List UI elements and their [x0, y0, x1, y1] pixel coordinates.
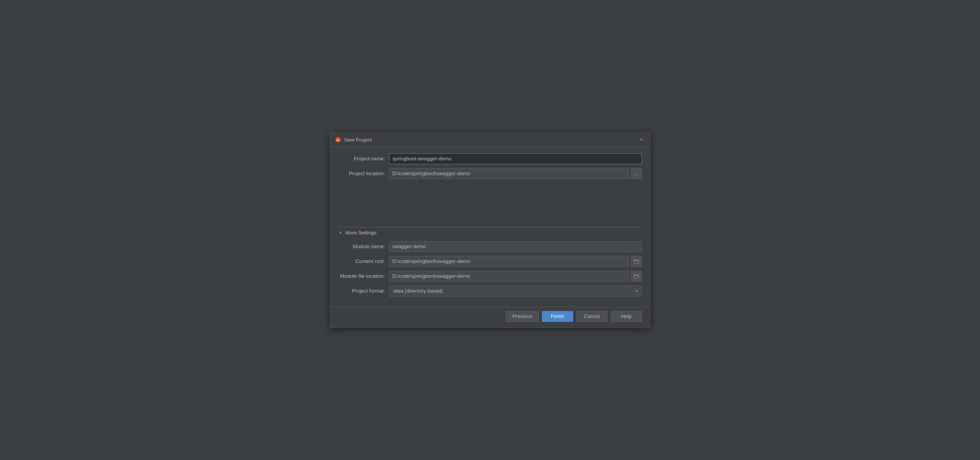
- content-root-label: Content root:: [338, 258, 389, 264]
- title-bar: U New Project ×: [330, 133, 650, 147]
- module-file-location-input[interactable]: [389, 271, 629, 282]
- more-settings-label: More Settings: [345, 230, 376, 236]
- project-name-input-wrapper: [389, 153, 642, 164]
- finish-button[interactable]: Finish: [542, 311, 573, 322]
- project-format-row: Project format: .idea (directory based) …: [338, 286, 642, 297]
- help-button[interactable]: Help: [611, 311, 642, 322]
- dialog-title: New Project: [344, 137, 372, 143]
- more-settings-section: ▼ More Settings Module name: Content ro: [338, 227, 642, 300]
- project-location-browse-button[interactable]: ...: [631, 168, 642, 179]
- project-location-label: Project location:: [338, 171, 389, 176]
- content-root-input-wrapper: [389, 256, 642, 267]
- title-bar-left: U New Project: [335, 137, 372, 143]
- settings-form: Module name: Content root:: [338, 241, 642, 297]
- module-file-location-row: Module file location:: [338, 271, 642, 282]
- module-name-input-wrapper: [389, 241, 642, 252]
- module-file-location-browse-button[interactable]: [631, 271, 642, 282]
- module-name-input[interactable]: [389, 241, 642, 252]
- project-name-row: Project name:: [338, 153, 642, 164]
- content-root-row: Content root:: [338, 256, 642, 267]
- dialog-body: Project name: Project location: ... ▼ Mo…: [330, 147, 650, 307]
- project-location-input-wrapper: ...: [389, 168, 642, 179]
- project-format-label: Project format:: [338, 288, 389, 294]
- project-location-row: Project location: ...: [338, 168, 642, 179]
- more-settings-header[interactable]: ▼ More Settings: [338, 227, 642, 238]
- module-file-location-input-wrapper: [389, 271, 642, 282]
- project-format-select[interactable]: .idea (directory based) .ipr (file based…: [389, 286, 642, 297]
- content-root-browse-button[interactable]: [631, 256, 642, 267]
- close-button[interactable]: ×: [637, 136, 645, 144]
- project-format-input-wrapper: .idea (directory based) .ipr (file based…: [389, 286, 642, 297]
- module-name-row: Module name:: [338, 241, 642, 252]
- dialog-footer: Previous Finish Cancel Help: [330, 307, 650, 327]
- module-name-label: Module name:: [338, 243, 389, 249]
- new-project-dialog: U New Project × Project name: Project lo…: [330, 133, 650, 328]
- cancel-button[interactable]: Cancel: [576, 311, 608, 322]
- content-root-input[interactable]: [389, 256, 629, 267]
- project-name-input[interactable]: [389, 153, 642, 164]
- collapse-icon: ▼: [338, 230, 343, 235]
- module-file-location-label: Module file location:: [338, 273, 389, 279]
- app-icon: U: [335, 137, 341, 143]
- project-location-input[interactable]: [389, 168, 629, 179]
- previous-button[interactable]: Previous: [506, 311, 539, 322]
- project-name-label: Project name:: [338, 156, 389, 162]
- svg-text:U: U: [337, 138, 339, 142]
- project-format-select-wrapper: .idea (directory based) .ipr (file based…: [389, 286, 642, 297]
